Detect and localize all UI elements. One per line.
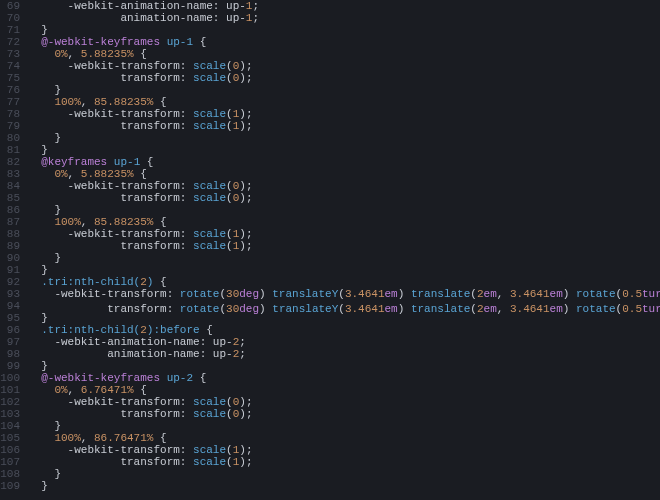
line-number: 94: [0, 300, 20, 312]
line-number: 90: [0, 252, 20, 264]
code-line[interactable]: }: [28, 480, 660, 492]
line-number: 87: [0, 216, 20, 228]
line-number: 82: [0, 156, 20, 168]
line-number: 100: [0, 372, 20, 384]
line-number: 69: [0, 0, 20, 12]
line-number: 97: [0, 336, 20, 348]
code-line[interactable]: }: [28, 252, 660, 264]
code-line[interactable]: }: [28, 360, 660, 372]
code-line[interactable]: .tri:nth-child(2) {: [28, 276, 660, 288]
line-number: 74: [0, 60, 20, 72]
line-number: 86: [0, 204, 20, 216]
code-line[interactable]: transform: scale(1);: [28, 240, 660, 252]
code-line[interactable]: -webkit-transform: scale(1);: [28, 228, 660, 240]
line-number: 70: [0, 12, 20, 24]
code-line[interactable]: 100%, 86.76471% {: [28, 432, 660, 444]
code-line[interactable]: @-webkit-keyframes up-2 {: [28, 372, 660, 384]
code-line[interactable]: }: [28, 132, 660, 144]
code-line[interactable]: animation-name: up-1;: [28, 12, 660, 24]
line-number: 71: [0, 24, 20, 36]
line-number: 104: [0, 420, 20, 432]
code-line[interactable]: 0%, 6.76471% {: [28, 384, 660, 396]
line-number: 108: [0, 468, 20, 480]
code-line[interactable]: 0%, 5.88235% {: [28, 168, 660, 180]
line-number: 96: [0, 324, 20, 336]
line-number: 105: [0, 432, 20, 444]
code-line[interactable]: }: [28, 24, 660, 36]
line-number: 95: [0, 312, 20, 324]
line-number: 101: [0, 384, 20, 396]
code-line[interactable]: transform: scale(0);: [28, 408, 660, 420]
line-number: 85: [0, 192, 20, 204]
line-number: 102: [0, 396, 20, 408]
line-number: 88: [0, 228, 20, 240]
code-line[interactable]: }: [28, 420, 660, 432]
code-line[interactable]: transform: scale(1);: [28, 456, 660, 468]
code-line[interactable]: }: [28, 264, 660, 276]
code-line[interactable]: transform: scale(0);: [28, 192, 660, 204]
code-line[interactable]: transform: scale(0);: [28, 72, 660, 84]
line-number: 103: [0, 408, 20, 420]
line-number: 80: [0, 132, 20, 144]
line-number: 81: [0, 144, 20, 156]
line-number: 78: [0, 108, 20, 120]
code-line[interactable]: -webkit-transform: scale(0);: [28, 60, 660, 72]
code-area[interactable]: -webkit-animation-name: up-1; animation-…: [28, 0, 660, 500]
line-number-gutter: 6970717273747576777879808182838485868788…: [0, 0, 28, 500]
code-line[interactable]: -webkit-transform: scale(0);: [28, 180, 660, 192]
code-line[interactable]: }: [28, 468, 660, 480]
code-line[interactable]: }: [28, 84, 660, 96]
line-number: 91: [0, 264, 20, 276]
line-number: 107: [0, 456, 20, 468]
line-number: 89: [0, 240, 20, 252]
code-line[interactable]: 100%, 85.88235% {: [28, 216, 660, 228]
line-number: 73: [0, 48, 20, 60]
line-number: 83: [0, 168, 20, 180]
line-number: 79: [0, 120, 20, 132]
code-line[interactable]: 100%, 85.88235% {: [28, 96, 660, 108]
code-editor[interactable]: 6970717273747576777879808182838485868788…: [0, 0, 660, 500]
code-line[interactable]: transform: rotate(30deg) translateY(3.46…: [28, 300, 660, 312]
code-line[interactable]: }: [28, 144, 660, 156]
line-number: 76: [0, 84, 20, 96]
line-number: 109: [0, 480, 20, 492]
line-number: 72: [0, 36, 20, 48]
code-line[interactable]: }: [28, 204, 660, 216]
line-number: 84: [0, 180, 20, 192]
line-number: 92: [0, 276, 20, 288]
code-line[interactable]: animation-name: up-2;: [28, 348, 660, 360]
code-line[interactable]: -webkit-transform: scale(1);: [28, 444, 660, 456]
code-line[interactable]: transform: scale(1);: [28, 120, 660, 132]
code-line[interactable]: @keyframes up-1 {: [28, 156, 660, 168]
code-line[interactable]: -webkit-transform: rotate(30deg) transla…: [28, 288, 660, 300]
code-line[interactable]: .tri:nth-child(2):before {: [28, 324, 660, 336]
line-number: 77: [0, 96, 20, 108]
code-line[interactable]: -webkit-transform: scale(1);: [28, 108, 660, 120]
line-number: 106: [0, 444, 20, 456]
line-number: 98: [0, 348, 20, 360]
code-line[interactable]: -webkit-animation-name: up-1;: [28, 0, 660, 12]
line-number: 75: [0, 72, 20, 84]
line-number: 99: [0, 360, 20, 372]
line-number: 93: [0, 288, 20, 300]
code-line[interactable]: 0%, 5.88235% {: [28, 48, 660, 60]
code-line[interactable]: @-webkit-keyframes up-1 {: [28, 36, 660, 48]
code-line[interactable]: -webkit-animation-name: up-2;: [28, 336, 660, 348]
code-line[interactable]: -webkit-transform: scale(0);: [28, 396, 660, 408]
